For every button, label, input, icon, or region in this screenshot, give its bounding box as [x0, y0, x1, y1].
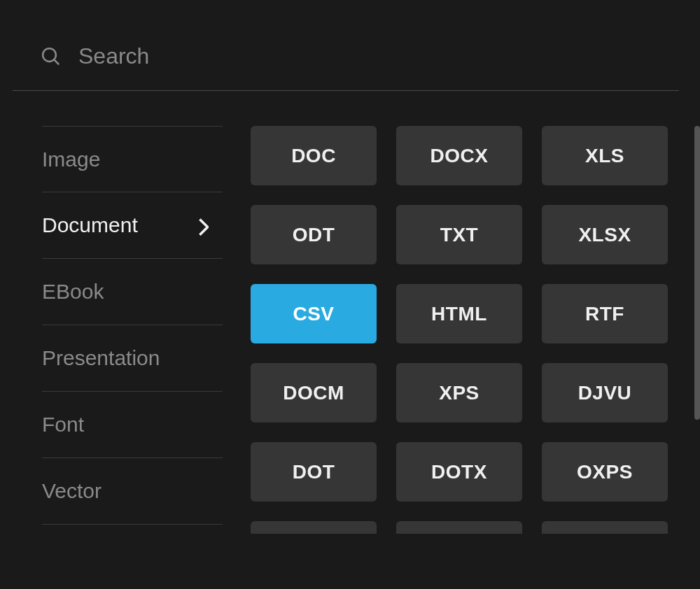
search-icon — [41, 46, 62, 67]
category-sidebar: Image Document EBook Presentation Font — [13, 126, 223, 534]
format-tile-txt[interactable]: TXT — [396, 205, 522, 264]
format-tile-dotx[interactable]: DOTX — [396, 442, 522, 502]
svg-point-0 — [43, 48, 56, 62]
format-tile-docm[interactable]: DOCM — [251, 363, 377, 423]
sidebar-item-label: EBook — [42, 280, 104, 304]
sidebar-item-ebook[interactable]: EBook — [42, 259, 223, 325]
formats-panel: DOC DOCX XLS ODT TXT XLSX CSV HTML RTF D… — [223, 126, 700, 534]
search-row — [13, 8, 679, 91]
sidebar-item-label: Document — [42, 213, 138, 237]
format-tile-oxps[interactable]: OXPS — [542, 442, 668, 502]
format-tile-xls[interactable]: XLS — [542, 126, 668, 185]
sidebar-item-font[interactable]: Font — [42, 392, 223, 458]
format-tile-csv[interactable]: CSV — [251, 284, 377, 343]
format-tile-html[interactable]: HTML — [396, 284, 522, 343]
chevron-right-icon — [199, 217, 209, 234]
sidebar-item-presentation[interactable]: Presentation — [42, 325, 223, 392]
format-tile-xps[interactable]: XPS — [396, 363, 522, 423]
format-tile-partial[interactable] — [396, 521, 522, 534]
sidebar-item-label: Font — [42, 413, 84, 437]
sidebar-item-label: Presentation — [42, 346, 160, 370]
format-tile-rtf[interactable]: RTF — [542, 284, 668, 343]
format-tile-docx[interactable]: DOCX — [396, 126, 522, 185]
format-picker-panel: Image Document EBook Presentation Font — [13, 8, 700, 589]
sidebar-item-image[interactable]: Image — [42, 126, 223, 192]
formats-grid: DOC DOCX XLS ODT TXT XLSX CSV HTML RTF D… — [251, 126, 679, 502]
search-input[interactable] — [78, 43, 651, 69]
format-tile-djvu[interactable]: DJVU — [542, 363, 668, 423]
format-tile-xlsx[interactable]: XLSX — [542, 205, 668, 264]
sidebar-item-label: Vector — [42, 479, 102, 503]
scrollbar[interactable] — [694, 126, 700, 420]
format-tile-dot[interactable]: DOT — [251, 442, 377, 502]
format-tile-doc[interactable]: DOC — [251, 126, 377, 185]
format-tile-partial[interactable] — [251, 521, 377, 534]
sidebar-item-vector[interactable]: Vector — [42, 458, 223, 525]
content: Image Document EBook Presentation Font — [13, 91, 700, 534]
sidebar-item-label: Image — [42, 148, 100, 171]
sidebar-item-document[interactable]: Document — [42, 192, 223, 259]
format-tile-odt[interactable]: ODT — [251, 205, 377, 264]
formats-partial-row — [251, 521, 679, 534]
format-tile-partial[interactable] — [542, 521, 668, 534]
svg-line-1 — [54, 59, 59, 64]
